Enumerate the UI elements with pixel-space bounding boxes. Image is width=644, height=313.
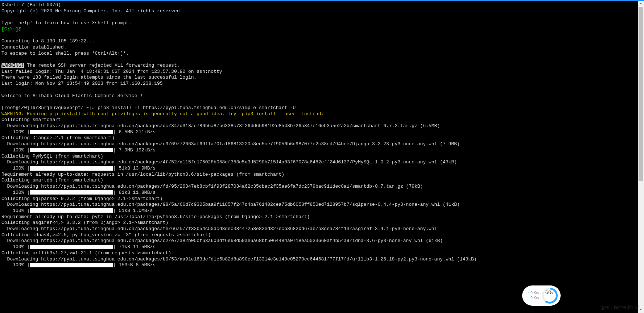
progress-text: | 6.5MB 211kB/s	[113, 129, 158, 135]
progress-text: | 81kB 11.8MB/s	[113, 190, 158, 195]
progress-bar	[30, 148, 113, 152]
vertical-scrollbar[interactable]: ▲ ▼	[638, 1, 644, 313]
download-speed: 0 K/s	[527, 296, 539, 301]
last-failed-login: Last failed login: Thu Jan 4 18:48:31 CS…	[1, 69, 222, 74]
output-line: Collecting asgiref<4,>=3.3.2 (from Djang…	[1, 220, 168, 225]
x11-reject: The remote SSH server rejected X11 forwa…	[24, 63, 179, 68]
output-line: Downloading https://pypi.tuna.tsinghua.e…	[1, 123, 440, 129]
window-top-border	[0, 0, 644, 1]
pip-root-warning: WARNING: Running pip install with root p…	[1, 111, 324, 117]
output-line: Collecting urllib3<1.27,>=1.21.1 (from r…	[1, 250, 171, 256]
progress-bar	[30, 263, 113, 267]
output-line: Downloading https://pypi.tuna.tsinghua.e…	[1, 184, 423, 189]
escape-hint: To escape to local shell, press 'Ctrl+Al…	[1, 51, 129, 56]
progress-bar	[30, 245, 113, 249]
output-line: Downloading https://pypi.tuna.tsinghua.e…	[1, 238, 443, 243]
output-line: Downloading https://pypi.tuna.tsinghua.e…	[1, 159, 457, 165]
progress-text: 100% |	[1, 208, 30, 213]
scroll-up-button[interactable]: ▲	[638, 1, 644, 7]
output-line: Requirement already up-to-date: requests…	[1, 172, 284, 177]
progress-text: 100% |	[1, 147, 30, 153]
scroll-track[interactable]	[638, 7, 644, 307]
scroll-thumb[interactable]	[639, 7, 643, 181]
output-line: Downloading https://pypi.tuna.tsinghua.e…	[1, 256, 477, 262]
output-line: Downloading https://pypi.tuna.tsinghua.e…	[1, 141, 460, 147]
copyright-line: Copyright (c) 2020 NetSarang Computer, I…	[1, 8, 182, 14]
output-line: Collecting smartchart	[1, 117, 61, 122]
output-line: Collecting idna<4,>=2.5; python_version …	[1, 232, 211, 238]
progress-text: 100% |	[1, 129, 30, 135]
help-hint: Type `help' to learn how to use Xshell p…	[1, 20, 132, 26]
percent-symbol: %	[551, 290, 554, 296]
progress-text: | 71kB 11.5MB/s	[113, 244, 158, 250]
progress-bar	[30, 190, 113, 195]
command-text: pip3 install -i https://pypi.tuna.tsingh…	[98, 105, 296, 110]
progress-text: 100% |	[1, 244, 30, 250]
percent-gauge: 60%	[542, 288, 558, 304]
output-line: Downloading https://pypi.tuna.tsinghua.e…	[1, 226, 437, 231]
output-line: Collecting PyMySQL (from smartchart)	[1, 154, 103, 159]
progress-text: | 51kB 13.9MB/s	[113, 166, 158, 171]
last-login: Last login: Mon Nov 27 18:54:49 2023 fro…	[1, 81, 163, 86]
speed-readout: 0 K/s 0 K/s	[527, 291, 539, 301]
remote-prompt: [root@iZ0jl6r85rjeuvquxvo4pfZ ~]#	[1, 105, 98, 110]
welcome-line: Welcome to Alibaba Cloud Elastic Compute…	[1, 93, 143, 99]
progress-bar	[30, 208, 113, 213]
connection-established: Connection established.	[1, 45, 66, 50]
output-line: Collecting sqlparse>=0.2.2 (from Django>…	[1, 196, 163, 201]
progress-text: | 153kB 8.5MB/s	[113, 262, 158, 268]
upload-speed: 0 K/s	[527, 291, 539, 296]
app-title: Xshell 7 (Build 0076)	[1, 2, 61, 8]
progress-text: | 51kB 1.0MB/s	[113, 208, 156, 213]
percent-value: 60	[545, 289, 552, 296]
progress-text: 100% |	[1, 166, 30, 171]
progress-text: 100% |	[1, 262, 30, 268]
warning-tag: WARNING!	[1, 63, 24, 68]
progress-bar	[30, 166, 113, 171]
scroll-down-button[interactable]: ▼	[638, 307, 644, 313]
failed-attempts: There were 133 failed login attempts sin…	[1, 75, 197, 80]
output-line: Collecting smartdb (from smartchart)	[1, 178, 103, 183]
output-line: Downloading https://pypi.tuna.tsinghua.e…	[1, 202, 460, 207]
progress-text: 100% |	[1, 190, 30, 195]
output-line: Requirement already up-to-date: pytz in …	[1, 214, 310, 220]
network-speed-widget[interactable]: 0 K/s 0 K/s 60%	[522, 285, 561, 306]
progress-bar	[30, 130, 113, 134]
local-shell-prompt: [C:\~]$	[1, 26, 21, 32]
connecting-line: Connecting to 8.130.105.189:22...	[1, 38, 95, 44]
progress-text: | 7.9MB 192kB/s	[113, 147, 158, 153]
output-line: Collecting Django>=2.1 (from smartchart)	[1, 135, 115, 141]
terminal-output[interactable]: Xshell 7 (Build 0076) Copyright (c) 2020…	[0, 1, 638, 313]
